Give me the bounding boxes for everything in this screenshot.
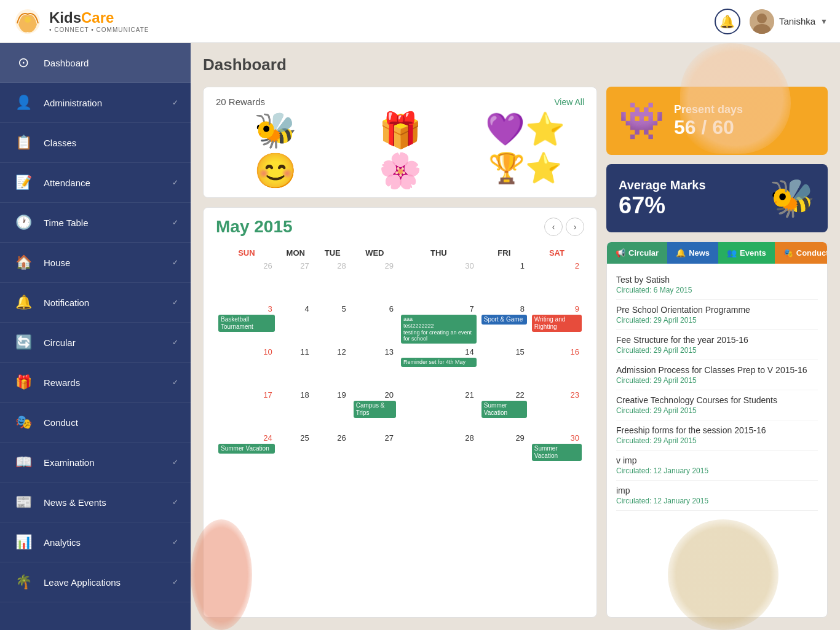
news-tab-label: News bbox=[689, 248, 710, 258]
chevron-down-icon-10: ✓ bbox=[172, 538, 178, 546]
user-name: Tanishka bbox=[779, 16, 815, 26]
view-all-link[interactable]: View All bbox=[554, 97, 584, 107]
sidebar-item-timetable[interactable]: 🕐 Time Table ✓ bbox=[0, 203, 191, 243]
present-days-card: 👾 Present days 56 / 60 bbox=[606, 87, 828, 155]
cal-week-4: 17 18 19 20 Campus & Trips 21 22 bbox=[216, 389, 584, 432]
sidebar-item-dashboard[interactable]: ⊙ Dashboard bbox=[0, 43, 191, 83]
cal-header-sat: SAT bbox=[529, 246, 584, 260]
average-marks-card: Average Marks 67% 🐝 bbox=[606, 164, 828, 232]
notification-bell[interactable]: 🔔 bbox=[715, 9, 740, 34]
news-item[interactable]: Freeship forms for the session 2015-16 C… bbox=[616, 420, 818, 451]
cal-day-17: 17 bbox=[216, 389, 277, 432]
news-item-title: Pre School Orientation Programme bbox=[616, 305, 818, 315]
cal-day-16: 16 bbox=[529, 346, 584, 389]
sidebar-label-attendance: Attendance bbox=[44, 178, 163, 188]
sidebar-item-circular[interactable]: 🔄 Circular ✓ bbox=[0, 323, 191, 363]
rewards-count: 20 Rewards bbox=[216, 96, 265, 107]
news-item[interactable]: Admission Process for Classes Prep to V … bbox=[616, 360, 818, 390]
cal-day-15: 15 bbox=[479, 346, 529, 389]
average-marks-label: Average Marks bbox=[619, 178, 706, 192]
tab-events[interactable]: 👥 Events bbox=[718, 242, 775, 264]
news-item[interactable]: Pre School Orientation Programme Circula… bbox=[616, 300, 818, 330]
main-layout: ⊙ Dashboard 👤 Administration ✓ 📋 Classes… bbox=[0, 43, 840, 630]
chevron-down-icon-7: ✓ bbox=[172, 378, 178, 387]
present-monster-icon: 👾 bbox=[619, 99, 665, 143]
tab-news[interactable]: 🔔 News bbox=[667, 242, 718, 264]
sidebar-item-examination[interactable]: 📖 Examination ✓ bbox=[0, 443, 191, 482]
news-item-title: Creative Technology Courses for Students bbox=[616, 395, 818, 405]
left-column: 20 Rewards View All 🐝 🎁 💜⭐ 😊 🌸 🏆⭐ bbox=[203, 87, 597, 618]
sidebar-item-leaveapps[interactable]: 🌴 Leave Applications ✓ bbox=[0, 562, 191, 602]
conduct-tab-label: Conduct bbox=[796, 248, 828, 258]
present-info: Present days 56 / 60 bbox=[674, 103, 743, 139]
header-right: 🔔 Tanishka ▼ bbox=[715, 9, 828, 34]
news-item[interactable]: Test by Satish Circulated: 6 May 2015 bbox=[616, 270, 818, 300]
reward-item-6: 🏆⭐ bbox=[488, 154, 562, 188]
cal-day-28: 28 bbox=[398, 432, 479, 475]
cal-day-11: 11 bbox=[277, 346, 314, 389]
content-row: 20 Rewards View All 🐝 🎁 💜⭐ 😊 🌸 🏆⭐ bbox=[203, 87, 828, 618]
sidebar-label-leaveapps: Leave Applications bbox=[44, 577, 163, 588]
cal-day-13: 13 bbox=[351, 346, 398, 389]
cal-week-1: 26 27 28 29 30 1 2 bbox=[216, 260, 584, 303]
calendar-prev-button[interactable]: ‹ bbox=[544, 218, 563, 236]
news-item[interactable]: v imp Circulated: 12 January 2015 bbox=[616, 451, 818, 481]
sidebar-item-analytics[interactable]: 📊 Analytics ✓ bbox=[0, 522, 191, 562]
news-item-date: Circulated: 29 April 2015 bbox=[616, 406, 818, 415]
news-item[interactable]: imp Circulated: 12 January 2015 bbox=[616, 481, 818, 511]
sidebar-item-newsevents[interactable]: 📰 News & Events ✓ bbox=[0, 482, 191, 522]
cal-day-7: 7 aaatest2222222testing for creating an … bbox=[398, 303, 479, 346]
cal-week-5: 24 Summer Vacation 25 26 27 28 29 30 bbox=[216, 432, 584, 475]
news-tabs: 📢 Circular 🔔 News 👥 Events 🎭 bbox=[607, 242, 827, 264]
rewards-grid: 🐝 🎁 💜⭐ 😊 🌸 🏆⭐ bbox=[216, 113, 584, 188]
logo-kids: Kids bbox=[49, 9, 81, 26]
sidebar-label-classes: Classes bbox=[44, 138, 178, 148]
news-item-date: Circulated: 29 April 2015 bbox=[616, 376, 818, 385]
calendar-card: May 2015 ‹ › SUN MON TUE WED bbox=[203, 207, 597, 618]
dashboard-icon: ⊙ bbox=[12, 52, 34, 74]
cal-day-21: 21 bbox=[398, 389, 479, 432]
calendar-header: May 2015 ‹ › bbox=[216, 217, 584, 237]
calendar-next-button[interactable]: › bbox=[566, 218, 584, 236]
cal-day-29-prev: 29 bbox=[351, 260, 398, 303]
sidebar-item-house[interactable]: 🏠 House ✓ bbox=[0, 243, 191, 283]
sidebar-item-administration[interactable]: 👤 Administration ✓ bbox=[0, 83, 191, 123]
cal-header-sun: SUN bbox=[216, 246, 277, 260]
sidebar-item-notification[interactable]: 🔔 Notification ✓ bbox=[0, 283, 191, 323]
sidebar-label-dashboard: Dashboard bbox=[44, 58, 178, 68]
sidebar-item-conduct[interactable]: 🎭 Conduct bbox=[0, 403, 191, 443]
cal-day-5: 5 bbox=[314, 303, 351, 346]
user-menu[interactable]: Tanishka ▼ bbox=[750, 9, 828, 34]
notification-icon: 🔔 bbox=[12, 291, 34, 313]
page-title: Dashboard bbox=[203, 55, 828, 74]
news-item-title: Admission Process for Classes Prep to V … bbox=[616, 365, 818, 375]
logo-tagline: • CONNECT • COMMUNICATE bbox=[49, 26, 149, 33]
cal-day-22: 22 Summer Vacation bbox=[479, 389, 529, 432]
cal-day-3: 3 Basketball Tournament bbox=[216, 303, 277, 346]
tab-conduct[interactable]: 🎭 Conduct bbox=[775, 242, 828, 264]
news-tab-icon: 🔔 bbox=[676, 248, 686, 258]
sidebar-item-rewards[interactable]: 🎁 Rewards ✓ bbox=[0, 363, 191, 403]
news-item-title: Freeship forms for the session 2015-16 bbox=[616, 425, 818, 435]
cal-day-10: 10 bbox=[216, 346, 277, 389]
sidebar-item-classes[interactable]: 📋 Classes bbox=[0, 123, 191, 163]
examination-icon: 📖 bbox=[12, 451, 34, 473]
events-tab-label: Events bbox=[740, 248, 766, 258]
cal-day-20: 20 Campus & Trips bbox=[351, 389, 398, 432]
tab-circular[interactable]: 📢 Circular bbox=[607, 242, 667, 264]
news-item[interactable]: Creative Technology Courses for Students… bbox=[616, 390, 818, 420]
cal-day-27: 27 bbox=[351, 432, 398, 475]
cal-day-28-prev: 28 bbox=[314, 260, 351, 303]
content-area: Dashboard 20 Rewards View All 🐝 🎁 💜⭐ 😊 bbox=[191, 43, 840, 630]
cal-header-mon: MON bbox=[277, 246, 314, 260]
news-panel: 📢 Circular 🔔 News 👥 Events 🎭 bbox=[606, 242, 828, 618]
news-item[interactable]: Fee Structure for the year 2015-16 Circu… bbox=[616, 330, 818, 360]
cal-day-2: 2 bbox=[529, 260, 584, 303]
cal-day-1: 1 bbox=[479, 260, 529, 303]
average-marks-value: 67% bbox=[619, 192, 706, 219]
rewards-card: 20 Rewards View All 🐝 🎁 💜⭐ 😊 🌸 🏆⭐ bbox=[203, 87, 597, 198]
events-tab-icon: 👥 bbox=[727, 248, 737, 258]
chevron-down-icon-5: ✓ bbox=[172, 298, 178, 307]
sidebar-item-attendance[interactable]: 📝 Attendance ✓ bbox=[0, 163, 191, 203]
chevron-down-icon-6: ✓ bbox=[172, 338, 178, 347]
